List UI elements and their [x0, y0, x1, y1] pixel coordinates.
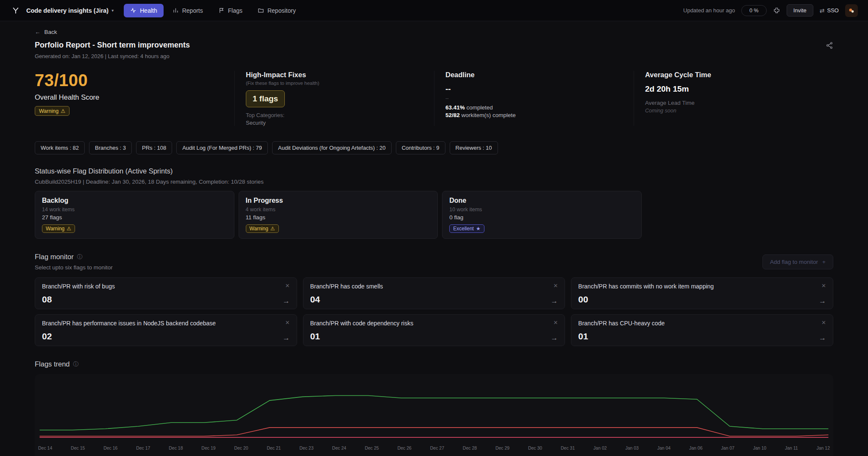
flag-card-top: Branch/PR has code smells✕ — [310, 283, 558, 290]
status-card-workitems: 14 work items — [42, 207, 227, 213]
close-icon[interactable]: ✕ — [553, 320, 558, 325]
main-content: ← Back Porfolio Report - Short term impr… — [0, 21, 868, 456]
axis-tick-label: Dec 20 — [234, 445, 248, 450]
flag-card-top: Branch/PR with code dependency risks✕ — [310, 320, 558, 327]
axis-tick-label: Jan 07 — [721, 445, 734, 450]
flag-card-count: 01 — [578, 331, 588, 341]
close-icon[interactable]: ✕ — [285, 320, 290, 325]
health-score-value: 73/100 — [35, 71, 234, 90]
flag-card-bottom: 04→ — [310, 294, 558, 305]
back-button[interactable]: ← Back — [35, 29, 57, 35]
status-card-title: In Progress — [246, 197, 431, 204]
swap-icon: ⇄ — [820, 7, 825, 14]
sso-label: SSO — [827, 7, 839, 14]
stat-pill-branches: Branches : 3 — [89, 141, 132, 154]
usage-pill[interactable]: 0 % — [741, 5, 767, 16]
high-impact-flags-button[interactable]: 1 flags — [246, 90, 285, 107]
add-flag-button[interactable]: Add flag to monitor + — [762, 255, 833, 269]
flag-monitor-title: Flag monitor ⓘ — [35, 253, 113, 261]
x-axis-labels: Dec 14Dec 15Dec 16Dec 17Dec 18Dec 19Dec … — [36, 444, 832, 450]
flag-card-bottom: 00→ — [578, 294, 826, 305]
axis-tick-label: Dec 14 — [38, 445, 52, 450]
flag-card-bottom: 01→ — [310, 331, 558, 341]
axis-tick-label: Dec 23 — [300, 445, 314, 450]
badge-label: Excellent — [453, 226, 474, 232]
info-icon[interactable]: ⓘ — [77, 253, 83, 261]
status-card-flags: 0 flag — [449, 214, 634, 221]
arrow-right-icon[interactable]: → — [551, 297, 558, 305]
axis-tick-label: Dec 28 — [463, 445, 477, 450]
status-card-in-progress: In Progress4 work items11 flagsWarning⚠ — [239, 191, 438, 239]
axis-tick-label: Dec 29 — [495, 445, 509, 450]
deadline-title: Deadline — [445, 71, 475, 78]
flag-monitor-card: Branch/PR has commits with no work item … — [571, 277, 833, 309]
invite-button[interactable]: Invite — [787, 4, 813, 17]
axis-tick-label: Jan 12 — [816, 445, 830, 450]
flags-trend-title: Flags trend ⓘ — [35, 360, 833, 368]
cycle-time-value: 2d 20h 15m — [645, 84, 833, 94]
share-button[interactable] — [826, 42, 833, 49]
axis-tick-label: Dec 31 — [561, 445, 575, 450]
tab-label: Reports — [182, 7, 203, 14]
top-categories-label: Top Categories: — [246, 112, 434, 118]
health-overview: 73/100 Overall Health Score Warning ⚠ Hi… — [35, 71, 833, 126]
flag-monitor-titles: Flag monitor ⓘ Select upto six flags to … — [35, 253, 113, 271]
badge-label: Warning — [250, 226, 268, 232]
high-impact-title: High-Impact Fixes — [246, 71, 306, 78]
close-icon[interactable]: ✕ — [553, 283, 558, 288]
stat-pill-contributors: Contributors : 9 — [396, 141, 445, 154]
tab-repository[interactable]: Repository — [251, 4, 302, 17]
trend-line-quality — [40, 396, 829, 430]
close-icon[interactable]: ✕ — [821, 320, 826, 325]
folder-icon — [258, 7, 264, 14]
workspace-selector[interactable]: Code delivery insights (Jira) ▾ — [26, 7, 114, 14]
nav-tabs: Health Reports Flags Repository — [124, 4, 302, 17]
flag-card-title: Branch/PR has code smells — [310, 283, 383, 290]
tab-flags[interactable]: Flags — [212, 4, 249, 17]
flag-card-bottom: 02→ — [42, 331, 290, 341]
flag-card-title: Branch/PR has CPU-heavy code — [578, 320, 665, 327]
avatar[interactable] — [845, 4, 858, 17]
workitems-complete: 52/82 — [445, 112, 460, 118]
status-card-flags: 11 flags — [246, 214, 431, 221]
warning-icon: ⚠ — [61, 108, 65, 114]
arrow-right-icon[interactable]: → — [819, 297, 826, 305]
top-category-value: Security — [246, 120, 434, 126]
flag-card-count: 00 — [578, 294, 588, 305]
flag-card-top: Branch/PR has CPU-heavy code✕ — [578, 320, 826, 327]
chevron-down-icon: ▾ — [111, 8, 114, 13]
axis-tick-label: Jan 11 — [785, 445, 798, 450]
close-icon[interactable]: ✕ — [821, 283, 826, 288]
flag-card-count: 02 — [42, 331, 52, 341]
status-card-title: Done — [449, 197, 634, 204]
close-icon[interactable]: ✕ — [285, 283, 290, 288]
high-impact-column: High-Impact Fixes (Fix these flags to im… — [234, 71, 434, 126]
lead-time-value: Coming soon — [645, 108, 833, 114]
completed-suffix: completed — [465, 104, 493, 111]
arrow-right-icon[interactable]: → — [819, 334, 826, 341]
completed-percent: 63.41% — [445, 104, 465, 111]
badge-label: Warning — [46, 226, 64, 232]
flag-card-title: Branch/PR with code dependency risks — [310, 320, 414, 327]
status-card-title: Backlog — [42, 197, 227, 204]
sso-button[interactable]: ⇄ SSO — [820, 7, 839, 14]
arrow-right-icon[interactable]: → — [283, 334, 290, 341]
tab-reports[interactable]: Reports — [166, 4, 209, 17]
flag-card-bottom: 08→ — [42, 294, 290, 305]
arrow-right-icon[interactable]: → — [283, 297, 290, 305]
arrow-right-icon[interactable]: → — [551, 334, 558, 341]
axis-tick-label: Dec 21 — [267, 445, 281, 450]
flag-card-top: Branch/PR has commits with no work item … — [578, 283, 826, 290]
plus-icon: + — [822, 259, 826, 265]
flag-monitor-card: Branch/PR with code dependency risks✕01→ — [303, 314, 565, 346]
flags-trend-chart: Dec 14Dec 15Dec 16Dec 17Dec 18Dec 19Dec … — [35, 374, 833, 456]
cycle-time-title: Average Cycle Time — [645, 71, 711, 78]
flags-trend-title-text: Flags trend — [35, 360, 70, 368]
puzzle-icon[interactable] — [773, 7, 780, 14]
info-icon[interactable]: ⓘ — [73, 361, 79, 368]
back-label: Back — [45, 29, 57, 35]
flag-card-top: Branch/PR with risk of bugs✕ — [42, 283, 290, 290]
badge-icon: ★ — [476, 226, 481, 232]
tab-health[interactable]: Health — [124, 4, 163, 17]
badge-icon: ⚠ — [67, 226, 71, 232]
